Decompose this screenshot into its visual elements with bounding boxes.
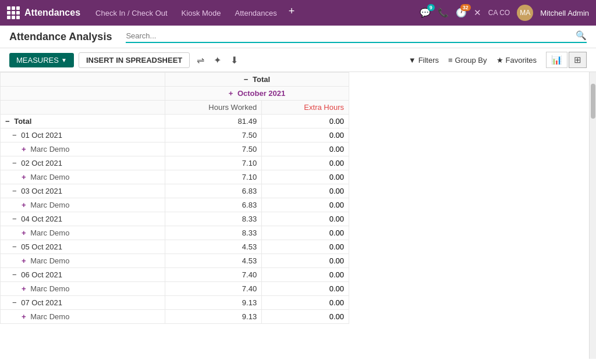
- ca-co-label[interactable]: CA CO: [488, 9, 510, 17]
- row-toggle-icon-11[interactable]: −: [12, 270, 17, 279]
- nav-check-in[interactable]: Check In / Check Out: [90, 5, 173, 21]
- search-bar: 🔍: [126, 30, 587, 43]
- hours-cell-12: 7.40: [165, 282, 261, 296]
- app-title: Attendances: [24, 8, 80, 18]
- row-label-14: + Marc Demo: [1, 310, 165, 324]
- row-toggle-icon-4[interactable]: +: [22, 173, 26, 181]
- table-body: − Total 81.49 0.00 − 01 Oct 2021 7.50 0.…: [1, 115, 349, 324]
- row-label-13: − 07 Oct 2021: [1, 296, 165, 310]
- row-label-4: + Marc Demo: [1, 170, 165, 184]
- collapse-total-icon[interactable]: −: [244, 75, 249, 84]
- row-toggle-icon-10[interactable]: +: [22, 256, 26, 265]
- insert-spreadsheet-button[interactable]: INSERT IN SPREADSHEET: [79, 52, 190, 68]
- measures-button[interactable]: MEASURES ▼: [9, 53, 74, 67]
- row-toggle-icon-14[interactable]: +: [22, 312, 26, 321]
- person-row: + Marc Demo 7.10 0.00: [1, 170, 349, 184]
- bar-chart-view-button[interactable]: 📊: [546, 52, 567, 68]
- settings-icon-btn[interactable]: ✕: [474, 8, 481, 18]
- col-subheader-row: Hours Worked Extra Hours: [1, 101, 349, 115]
- hours-cell-2: 7.50: [165, 142, 261, 156]
- row-label-6: + Marc Demo: [1, 198, 165, 212]
- nav-kiosk-mode[interactable]: Kiosk Mode: [176, 5, 227, 21]
- hours-cell-7: 8.33: [165, 212, 261, 226]
- row-toggle-icon-3[interactable]: −: [12, 159, 17, 167]
- col-header-row-2: + October 2021: [1, 87, 349, 101]
- row-label-11: − 06 Oct 2021: [1, 268, 165, 282]
- nav-add-button[interactable]: +: [285, 5, 299, 21]
- date-row: − 04 Oct 2021 8.33 0.00: [1, 212, 349, 226]
- extra-cell-3: 0.00: [262, 156, 349, 170]
- october-col-header[interactable]: + October 2021: [165, 87, 349, 101]
- subtoolbar: Attendance Analysis 🔍: [0, 26, 596, 48]
- row-label-0: − Total: [1, 115, 165, 129]
- extra-cell-8: 0.00: [262, 226, 349, 240]
- hours-cell-1: 7.50: [165, 129, 261, 142]
- star-icon: ★: [496, 56, 503, 65]
- download-icon[interactable]: ⬇: [228, 52, 240, 68]
- empty-subheader: [1, 101, 165, 115]
- phone-icon-btn[interactable]: 📞: [438, 8, 449, 18]
- date-row: − 02 Oct 2021 7.10 0.00: [1, 156, 349, 170]
- filters-button[interactable]: ▼ Filters: [409, 56, 439, 65]
- total-col-header[interactable]: − Total: [165, 73, 349, 87]
- hours-cell-13: 9.13: [165, 296, 261, 310]
- extra-cell-10: 0.00: [262, 254, 349, 268]
- row-toggle-icon-8[interactable]: +: [22, 229, 26, 237]
- grid-view-button[interactable]: ⊞: [569, 52, 587, 68]
- hours-cell-4: 7.10: [165, 170, 261, 184]
- user-name[interactable]: Mitchell Admin: [540, 9, 589, 17]
- person-row: + Marc Demo 9.13 0.00: [1, 310, 349, 324]
- row-toggle-icon-1[interactable]: −: [12, 131, 17, 140]
- row-toggle-icon-7[interactable]: −: [12, 215, 17, 223]
- row-label-10: + Marc Demo: [1, 254, 165, 268]
- filter-icon: ▼: [409, 56, 416, 65]
- measures-arrow-icon: ▼: [61, 57, 67, 63]
- nav-attendances[interactable]: Attendances: [229, 5, 283, 21]
- pivot-table[interactable]: − Total + October 2021 Hours Worked Extr…: [0, 72, 589, 359]
- extra-cell-13: 0.00: [262, 296, 349, 310]
- search-input[interactable]: [126, 31, 576, 40]
- hours-cell-8: 8.33: [165, 226, 261, 240]
- row-toggle-icon-2[interactable]: +: [22, 145, 26, 154]
- row-label-7: − 04 Oct 2021: [1, 212, 165, 226]
- expand-oct-icon[interactable]: +: [229, 89, 233, 98]
- person-row: + Marc Demo 7.40 0.00: [1, 282, 349, 296]
- user-avatar[interactable]: MA: [517, 5, 533, 21]
- chat-icon-btn[interactable]: 💬 9: [420, 8, 431, 18]
- hours-cell-14: 9.13: [165, 310, 261, 324]
- row-toggle-icon-9[interactable]: −: [12, 242, 17, 251]
- add-row-icon[interactable]: ✦: [211, 52, 224, 68]
- filter-group: ▼ Filters ≡ Group By ★ Favorites: [409, 56, 537, 65]
- extra-cell-0: 0.00: [262, 115, 349, 129]
- row-toggle-icon-0[interactable]: −: [5, 117, 10, 126]
- group-icon: ≡: [448, 56, 453, 65]
- row-toggle-icon-12[interactable]: +: [22, 284, 26, 293]
- search-icon[interactable]: 🔍: [576, 30, 587, 41]
- hours-cell-10: 4.53: [165, 254, 261, 268]
- row-toggle-icon-6[interactable]: +: [22, 201, 26, 209]
- person-row: + Marc Demo 4.53 0.00: [1, 254, 349, 268]
- row-label-8: + Marc Demo: [1, 226, 165, 240]
- row-toggle-icon-13[interactable]: −: [12, 298, 17, 307]
- date-row: − 05 Oct 2021 4.53 0.00: [1, 240, 349, 254]
- scrollbar-y[interactable]: [589, 72, 596, 359]
- page-title: Attendance Analysis: [9, 31, 112, 43]
- row-toggle-icon-5[interactable]: −: [12, 187, 17, 195]
- extra-hours-header: Extra Hours: [262, 101, 349, 115]
- extra-cell-1: 0.00: [262, 129, 349, 142]
- row-label-2: + Marc Demo: [1, 142, 165, 156]
- person-row: + Marc Demo 6.83 0.00: [1, 198, 349, 212]
- nav-links: Check In / Check Out Kiosk Mode Attendan…: [90, 5, 415, 21]
- hours-worked-header: Hours Worked: [165, 101, 261, 115]
- clock-icon-btn[interactable]: 🕐 32: [456, 8, 467, 18]
- favorites-button[interactable]: ★ Favorites: [496, 56, 537, 65]
- nav-right: 💬 9 📞 🕐 32 ✕ CA CO MA Mitchell Admin: [420, 5, 589, 21]
- adjust-icon[interactable]: ⇌: [194, 52, 207, 68]
- col-header-row-1: − Total: [1, 73, 349, 87]
- extra-cell-7: 0.00: [262, 212, 349, 226]
- empty-header: [1, 73, 165, 87]
- group-by-button[interactable]: ≡ Group By: [448, 56, 487, 65]
- app-grid-icon[interactable]: [7, 6, 20, 19]
- extra-cell-2: 0.00: [262, 142, 349, 156]
- scrollbar-thumb[interactable]: [591, 84, 595, 119]
